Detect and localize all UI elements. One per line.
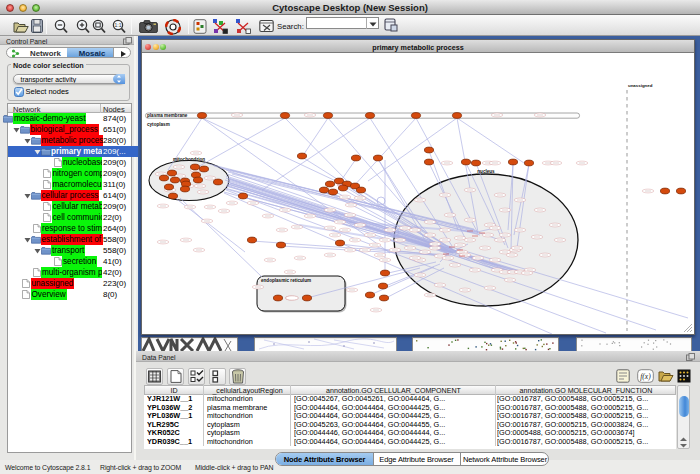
svg-text:nucleus: nucleus [477,169,495,174]
svg-text:mitochondrion: mitochondrion [173,157,205,162]
svg-text:unassigned: unassigned [628,83,653,88]
svg-text:1:1: 1:1 [115,22,122,28]
svg-text:plasma membrane: plasma membrane [147,113,188,118]
svg-text:endoplasmic reticulum: endoplasmic reticulum [261,278,311,283]
svg-text:cytoplasm: cytoplasm [147,122,170,127]
svg-text:f(x): f(x) [640,372,651,381]
